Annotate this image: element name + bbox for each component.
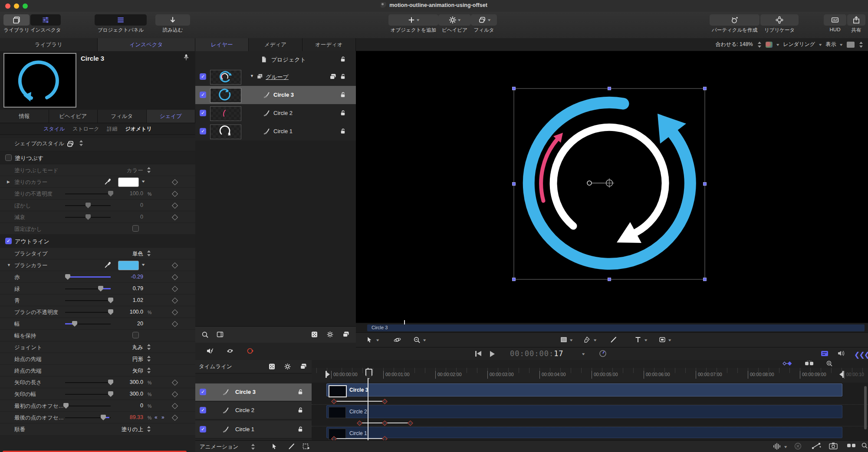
inspector-tab-シェイプ[interactable]: シェイプ [147, 110, 196, 123]
lock-icon[interactable] [339, 92, 346, 98]
search-icon[interactable] [201, 331, 209, 338]
swatch-chevron-icon[interactable]: ▾ [142, 262, 145, 267]
lock-icon[interactable] [297, 407, 304, 413]
mask-tool-icon[interactable] [658, 336, 666, 343]
mask-tool-icon-chevron[interactable]: ▾ [668, 338, 671, 342]
keyframe-diamond-icon[interactable] [172, 179, 178, 185]
prev-keyframe-icon[interactable]: « [155, 414, 158, 420]
layer-checkbox[interactable]: ✓ [200, 73, 206, 80]
view-chevron-icon[interactable]: ▾ [840, 43, 843, 47]
toolbar-button-library[interactable]: ライブラリ [3, 14, 30, 33]
slider-track[interactable] [65, 324, 111, 324]
timecode-chevron-icon[interactable]: ▾ [582, 352, 585, 356]
show-hud-icon[interactable] [821, 350, 829, 359]
layer-thumbnail[interactable] [210, 70, 241, 85]
row-value-始点の先端[interactable]: 円形 [132, 356, 143, 363]
subtab-詳細[interactable]: 詳細 [107, 125, 117, 133]
timeline-layer-checkbox[interactable]: ✓ [200, 389, 206, 395]
layer-thumbnail[interactable] [210, 88, 241, 103]
layers2-toggle-icon[interactable] [342, 331, 350, 338]
gearblue-toggle-icon[interactable] [326, 331, 334, 338]
slider-thumb[interactable] [85, 214, 91, 220]
keyframe-diamond-icon[interactable] [172, 191, 178, 197]
disclosure-icon[interactable]: ▶ [7, 180, 10, 184]
bezier-tool-icon[interactable] [584, 336, 590, 343]
toolbar-button-make-particles[interactable]: パーティクルを作成 [710, 14, 760, 33]
zoom-tool-icon[interactable] [413, 336, 421, 344]
play-button[interactable] [490, 351, 495, 357]
row-value-ぼかし[interactable]: 0 [140, 202, 143, 208]
value-stepper[interactable] [147, 355, 151, 362]
row-value-最初の点のオフセ…[interactable]: 0 [140, 403, 143, 409]
layer-row-Circle 3[interactable]: ✓Circle 3 [195, 86, 356, 105]
show-keyframes-icon[interactable] [783, 360, 792, 368]
slider-track[interactable] [65, 277, 111, 278]
layer-row-グループ[interactable]: ✓▼グループ [195, 68, 356, 86]
toolbar-button-share[interactable]: 共有 [847, 14, 865, 33]
trim-icon-2[interactable] [846, 442, 857, 450]
select-transform-tool-icon[interactable] [366, 336, 373, 343]
zoom-tool-icon-chevron[interactable]: ▾ [423, 338, 426, 342]
eyedropper-icon[interactable] [104, 261, 112, 270]
layers-tab-オーディオ[interactable]: オーディオ [302, 38, 356, 51]
slider-thumb[interactable] [72, 321, 77, 327]
toolbar-button-filter[interactable]: ▾フィルタ [471, 14, 497, 33]
row-checkbox-幅を保持[interactable] [132, 332, 139, 338]
rectangle-tool-icon-chevron[interactable]: ▾ [570, 338, 572, 342]
slider-track[interactable] [65, 394, 111, 395]
channel-swatch[interactable] [766, 42, 773, 48]
slider-track[interactable] [65, 312, 111, 313]
value-stepper[interactable] [147, 344, 151, 350]
toolbar-button-hud[interactable]: HUD [824, 14, 846, 32]
rectangle-tool-icon[interactable] [560, 336, 568, 343]
row-value-順番[interactable]: 塗りの上 [121, 426, 143, 433]
mini-playhead[interactable] [404, 320, 405, 324]
toolbar-button-replicator[interactable]: リプリケータ [760, 14, 799, 33]
left-tab-ライブラリ[interactable]: ライブラリ [0, 38, 98, 51]
layer-row-Circle 1[interactable]: ✓Circle 1 [195, 122, 356, 141]
animation-stepper[interactable] [251, 443, 255, 450]
slider-track[interactable] [65, 193, 111, 194]
row-value-緑[interactable]: 0.79 [133, 285, 143, 292]
keyframe-diamond-icon[interactable] [172, 298, 178, 304]
timeline-layer-row-Circle 3[interactable]: ✓Circle 3 [195, 383, 312, 401]
trim-icon[interactable] [804, 360, 815, 368]
text-tool-icon[interactable] [635, 336, 641, 343]
keyframe-diamond-icon[interactable] [172, 262, 178, 269]
inspector-tab-フィルタ[interactable]: フィルタ [98, 110, 147, 123]
slider-track[interactable] [65, 217, 111, 218]
slider-track[interactable] [65, 288, 111, 289]
toolbar-button-project-panel[interactable]: プロジェクトパネル [95, 14, 147, 33]
layer-checkbox[interactable]: ✓ [200, 128, 206, 134]
row-value-ジョイント[interactable]: 丸み [132, 344, 143, 351]
eyedropper-icon[interactable] [104, 178, 112, 187]
keyframe-view-icon[interactable] [284, 363, 291, 370]
keyframe-diamond-icon[interactable] [172, 203, 178, 209]
keyframe-diamond-icon[interactable] [172, 415, 178, 421]
lock-icon[interactable] [297, 389, 304, 395]
keyframe-diamond[interactable] [382, 420, 388, 426]
toolbar-button-behavior[interactable]: ▾ビヘイビア [438, 14, 471, 33]
keyframe-diamond[interactable] [357, 420, 362, 426]
value-stepper[interactable] [147, 367, 151, 374]
row-value-ブラシの不透明度[interactable]: 100.0 [130, 309, 143, 315]
zoom-level-select[interactable]: 合わせる: 148% [716, 41, 753, 48]
snapshot-icon[interactable] [829, 442, 838, 451]
text-tool-icon-chevron[interactable]: ▾ [644, 338, 647, 342]
toolbar-button-inspector[interactable]: インスペクタ [30, 14, 61, 33]
slider-thumb[interactable] [98, 286, 103, 292]
subtab-スタイル[interactable]: スタイル [43, 125, 65, 133]
keyframe-diamond[interactable] [408, 420, 413, 426]
go-to-start-button[interactable] [475, 351, 481, 357]
checker-toggle-icon[interactable] [311, 331, 318, 338]
track-bar-Circle 1[interactable]: Circle 1 [326, 427, 842, 438]
keyframe-diamond-icon[interactable] [172, 214, 178, 220]
zoom-icon-2[interactable] [861, 442, 868, 451]
mini-timeline[interactable]: Circle 3 [356, 323, 868, 333]
layer-row-プロジェクト[interactable]: プロジェクト [195, 51, 356, 68]
time-ruler[interactable]: 00:00:00:0000:00:01:0000:00:02:0000:00:0… [312, 368, 868, 383]
subtab-ストローク[interactable]: ストローク [72, 125, 99, 133]
row-value-塗りの不透明度[interactable]: 100.0 [130, 190, 143, 197]
slider-thumb[interactable] [108, 380, 113, 385]
channel-chevron-icon[interactable]: ▾ [776, 43, 779, 47]
